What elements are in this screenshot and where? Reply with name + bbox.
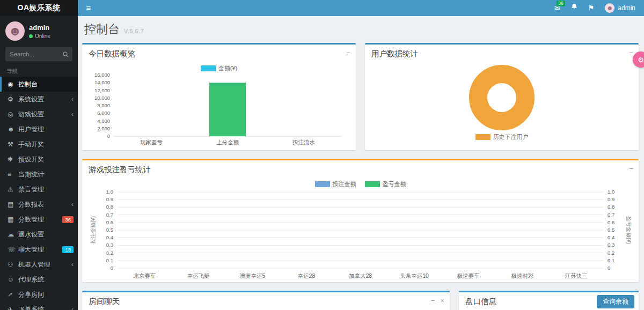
svg-text:江苏快三: 江苏快三 xyxy=(565,272,588,279)
sidebar-item-label: 禁言管理 xyxy=(18,185,74,194)
legend-label: 盈亏金额 xyxy=(383,180,406,188)
today-bar-chart: 02,0004,0006,0008,00010,00012,00014,0001… xyxy=(89,73,349,147)
flag-button[interactable]: ⚑ xyxy=(588,0,595,16)
user-menu[interactable]: ☻ admin xyxy=(605,3,635,13)
search-input[interactable] xyxy=(5,47,58,61)
search-button[interactable] xyxy=(58,47,72,61)
chevron-left-icon: ‹ xyxy=(71,110,74,118)
svg-text:0.2: 0.2 xyxy=(106,250,113,256)
navbar: ≡ ✉ 36 ⚑ ☻ admin xyxy=(78,0,644,16)
svg-text:0.8: 0.8 xyxy=(608,204,614,210)
sidebar-badge: 13 xyxy=(62,246,74,253)
sidebar-item-chat[interactable]: ☏聊天管理13 xyxy=(0,242,78,257)
sidebar-item-stats[interactable]: ≡当期统计 xyxy=(0,167,78,182)
svg-text:0.9: 0.9 xyxy=(608,196,614,202)
sidebar-user-panel: ☻ admin Online xyxy=(0,16,78,45)
share-icon: ↗ xyxy=(8,291,18,298)
mute-icon: ⚠ xyxy=(8,186,18,193)
collapse-icon[interactable]: − xyxy=(431,297,435,305)
panel-user-stats: 用户数据统计 − 历史下注用户 xyxy=(365,43,639,150)
svg-text:0.4: 0.4 xyxy=(106,234,113,240)
user-donut-chart xyxy=(464,63,539,132)
sidebar-item-game[interactable]: ◎游戏设置‹ xyxy=(0,107,78,122)
legend-swatch xyxy=(201,65,216,71)
svg-text:极速赛车: 极速赛车 xyxy=(457,272,480,279)
panel-title: 盘口信息 xyxy=(465,297,496,306)
svg-text:0.9: 0.9 xyxy=(106,196,113,202)
svg-text:澳洲幸运5: 澳洲幸运5 xyxy=(239,272,265,279)
online-status-label: Online xyxy=(35,33,50,39)
sidebar-item-score[interactable]: ▦分数管理36 xyxy=(0,212,78,227)
sidebar-user-status: Online xyxy=(29,33,50,39)
svg-text:0.7: 0.7 xyxy=(608,212,614,218)
sidebar-item-label: 分享房间 xyxy=(18,290,74,299)
svg-text:0.7: 0.7 xyxy=(106,212,113,218)
sidebar-item-label: 聊天管理 xyxy=(18,245,60,254)
sidebar-item-agent[interactable]: ☺代理系统 xyxy=(0,272,78,287)
svg-text:北京赛车: 北京赛车 xyxy=(133,272,156,279)
svg-text:0.3: 0.3 xyxy=(608,242,614,248)
sidebar-avatar: ☻ xyxy=(5,21,25,41)
legend-label: 历史下注用户 xyxy=(493,133,529,141)
svg-text:0: 0 xyxy=(107,133,110,139)
sidebar-item-users[interactable]: ☻用户管理 xyxy=(0,122,78,137)
svg-text:0.5: 0.5 xyxy=(106,227,113,233)
sidebar-item-label: 游戏设置 xyxy=(18,110,69,119)
chat-icon: ☏ xyxy=(8,246,18,253)
svg-text:极速时彩: 极速时彩 xyxy=(510,272,534,279)
sidebar-item-preset[interactable]: ✱预设开奖 xyxy=(0,152,78,167)
content-header: 控制台 V.5.6.7 xyxy=(82,16,639,43)
legend-label: 金额(¥) xyxy=(218,64,237,72)
app-logo[interactable]: OA娱乐系统 xyxy=(0,0,78,16)
svg-text:0: 0 xyxy=(111,265,113,271)
query-balance-button[interactable]: 查询余额 xyxy=(597,295,634,308)
top-header: OA娱乐系统 ≡ ✉ 36 ⚑ ☻ admin xyxy=(0,0,644,16)
chevron-left-icon: ‹ xyxy=(71,306,74,310)
messages-button[interactable]: ✉ 36 xyxy=(554,0,560,16)
svg-text:14,000: 14,000 xyxy=(94,79,110,85)
sidebar-search xyxy=(5,47,72,61)
collapse-icon[interactable]: − xyxy=(629,49,633,57)
svg-text:0.1: 0.1 xyxy=(608,257,614,263)
sidebar-item-report[interactable]: ▤分数报表‹ xyxy=(0,197,78,212)
panel-title: 游戏投注盈亏统计 xyxy=(89,165,151,174)
water-icon: ☁ xyxy=(8,231,18,238)
svg-text:投注流水: 投注流水 xyxy=(292,139,316,145)
svg-text:0.2: 0.2 xyxy=(608,250,614,256)
sidebar-item-label: 退水设置 xyxy=(18,230,74,239)
sidebar-item-settings[interactable]: ⚙系统设置‹ xyxy=(0,92,78,107)
collapse-icon[interactable]: − xyxy=(629,165,633,173)
line-chart-legend: 投注金额 盈亏金额 xyxy=(89,179,632,189)
panel-game-stats: 游戏投注盈亏统计 − 投注金额 盈亏金额 000.10.10.20.20.30.… xyxy=(82,159,639,282)
panel-market-info: 盘口信息 查询余额 盘口账号 0 xyxy=(459,291,639,310)
sidebar-item-label: 手动开奖 xyxy=(18,140,74,149)
close-icon[interactable]: × xyxy=(440,297,444,305)
sidebar-item-manual[interactable]: ⚒手动开奖 xyxy=(0,137,78,152)
user-avatar-icon: ☻ xyxy=(605,3,614,13)
svg-text:0.3: 0.3 xyxy=(106,242,113,248)
sidebar-item-label: 控制台 xyxy=(18,80,74,89)
sidebar-toggle-button[interactable]: ≡ xyxy=(78,0,99,16)
sidebar-item-plane[interactable]: ✈飞单系统‹ xyxy=(0,302,78,310)
svg-text:8,000: 8,000 xyxy=(97,102,110,108)
svg-text:1.0: 1.0 xyxy=(608,189,614,195)
chevron-left-icon: ‹ xyxy=(71,201,74,208)
robot-icon: ⚇ xyxy=(8,261,18,268)
sidebar-item-label: 代理系统 xyxy=(18,275,74,284)
sidebar-item-mute[interactable]: ⚠禁言管理 xyxy=(0,182,78,197)
sidebar-item-label: 机器人管理 xyxy=(18,260,69,269)
sidebar-item-water[interactable]: ☁退水设置 xyxy=(0,227,78,242)
svg-text:玩家盈亏: 玩家盈亏 xyxy=(140,139,163,145)
sidebar-item-dashboard[interactable]: ◉控制台 xyxy=(0,77,78,92)
svg-text:幸运28: 幸运28 xyxy=(298,272,316,279)
collapse-icon[interactable]: − xyxy=(346,49,350,57)
users-icon: ☻ xyxy=(8,126,18,133)
panel-title: 用户数据统计 xyxy=(371,49,418,58)
svg-text:6,000: 6,000 xyxy=(97,110,110,116)
sidebar-item-label: 飞单系统 xyxy=(18,305,69,310)
notifications-button[interactable] xyxy=(571,0,577,16)
sidebar-item-share[interactable]: ↗分享房间 xyxy=(0,287,78,302)
preset-icon: ✱ xyxy=(8,156,18,163)
sidebar-item-robot[interactable]: ⚇机器人管理‹ xyxy=(0,257,78,272)
manual-icon: ⚒ xyxy=(8,141,18,148)
